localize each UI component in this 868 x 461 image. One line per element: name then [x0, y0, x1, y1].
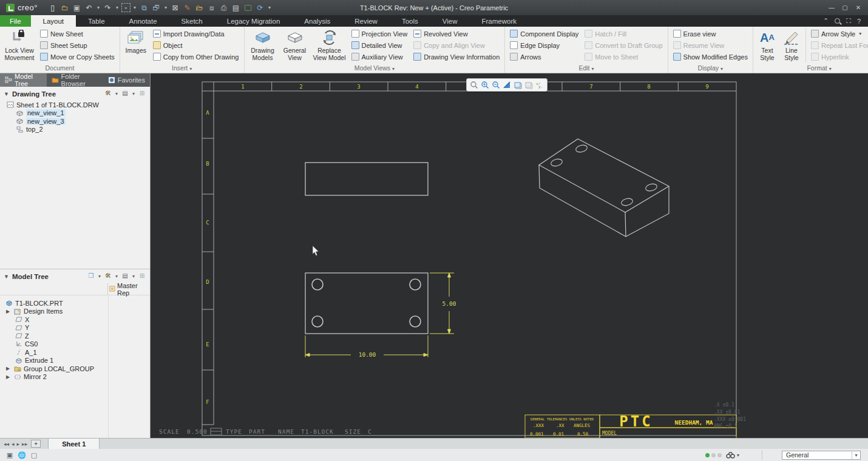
tree-row-datum-z[interactable]: Z: [0, 332, 150, 340]
tree-row-sheet[interactable]: Sheet 1 of T1-BLOCK.DRW: [0, 101, 150, 109]
last-sheet-icon[interactable]: ▸▸: [22, 441, 27, 447]
lock-view-movement-button[interactable]: Lock View Movement: [4, 28, 35, 61]
search-icon[interactable]: [835, 18, 840, 24]
group-label-model-views[interactable]: Model Views ▾: [248, 64, 501, 73]
tab-annotate[interactable]: Annotate: [117, 15, 169, 27]
sheet-setup-button[interactable]: Sheet Setup: [39, 39, 116, 51]
tree-row-datum-x[interactable]: X: [0, 315, 150, 324]
tree-columns-caret[interactable]: ▾: [132, 91, 135, 96]
redo-icon[interactable]: ↷: [103, 2, 113, 13]
dimension-width[interactable]: 10.00: [305, 335, 428, 358]
browser-toggle-icon[interactable]: 🌐: [17, 451, 27, 459]
filter-caret-icon[interactable]: ▾: [852, 451, 860, 459]
display-style-icon[interactable]: [513, 80, 523, 90]
tree-filters-icon[interactable]: 🛠: [104, 90, 112, 98]
saved-orientations-icon[interactable]: [524, 80, 534, 90]
tab-legacy-migration[interactable]: Legacy Migration: [215, 15, 293, 27]
group-label-format[interactable]: Format ▾: [757, 64, 868, 73]
maximize-button[interactable]: ▢: [839, 3, 851, 13]
qat-overflow-caret[interactable]: ▾: [267, 5, 272, 10]
tab-file[interactable]: File: [0, 15, 31, 27]
images-button[interactable]: Images: [124, 28, 148, 55]
import-drawing-data-button[interactable]: Import Drawing/Data: [152, 28, 240, 39]
drawing-canvas[interactable]: 1 2 3 4 5 6 7 8 9 A B C D E F: [151, 73, 868, 438]
related-data-icon[interactable]: 🗁: [194, 2, 205, 13]
find-caret[interactable]: ▾: [737, 453, 739, 458]
navigator-toggle-icon[interactable]: ▣: [5, 451, 15, 459]
tree-row-axis-a1[interactable]: A_1: [0, 348, 150, 357]
tree-filters-caret[interactable]: ▾: [115, 91, 118, 96]
select-mode-caret[interactable]: ▾: [132, 5, 137, 10]
master-rep-cell[interactable]: Master Rep: [107, 283, 150, 295]
tree-row-extrude-1[interactable]: Extrude 1: [0, 357, 150, 365]
revolved-view-button[interactable]: Revolved View: [412, 28, 501, 39]
first-sheet-icon[interactable]: ◂◂: [4, 441, 9, 447]
projection-view-button[interactable]: Projection View: [350, 28, 409, 39]
model-tree-part-caret[interactable]: ▾: [98, 274, 101, 279]
line-style-button[interactable]: Line Style: [781, 28, 802, 61]
model-tree-collapse-icon[interactable]: ▼: [4, 274, 9, 280]
tab-framework[interactable]: Framework: [469, 15, 529, 27]
model-tree-filters-caret[interactable]: ▾: [115, 274, 118, 279]
switch-display-icon[interactable]: ⛶: [846, 17, 851, 25]
tab-analysis[interactable]: Analysis: [292, 15, 342, 27]
add-sheet-button[interactable]: +: [31, 440, 41, 448]
remote-session-icon[interactable]: 🖵: [243, 2, 253, 13]
close-window-icon[interactable]: ⊠: [170, 2, 180, 13]
tree-settings-icon[interactable]: ⊞: [138, 90, 146, 98]
copy-icon[interactable]: ⧈: [206, 2, 217, 13]
erase-view-button[interactable]: Erase view: [672, 28, 749, 39]
redo-caret[interactable]: ▾: [115, 5, 120, 10]
new-sheet-button[interactable]: New Sheet: [39, 28, 116, 39]
sheet-tab-active[interactable]: Sheet 1: [48, 439, 100, 449]
save-icon[interactable]: ▣: [72, 2, 82, 13]
zoom-out-icon[interactable]: [491, 80, 501, 90]
component-display-button[interactable]: Component Display: [509, 28, 580, 39]
arrows-button[interactable]: Arrows: [509, 51, 580, 62]
detailed-view-button[interactable]: Detailed View: [350, 39, 409, 51]
undo-icon[interactable]: ↶: [84, 2, 94, 13]
general-view-button[interactable]: General View: [281, 28, 309, 61]
text-style-button[interactable]: AA Text Style: [757, 28, 778, 61]
replace-view-model-button[interactable]: Replace View Model: [313, 28, 347, 61]
front-view[interactable]: [305, 163, 428, 195]
expand-icon[interactable]: ▶: [5, 374, 11, 380]
tree-row-new-view-3[interactable]: new_view_3: [0, 117, 150, 126]
prev-sheet-icon[interactable]: ◂: [12, 441, 15, 447]
repaint-icon[interactable]: [502, 80, 512, 90]
dimension-height[interactable]: 5.00: [430, 273, 456, 334]
object-button[interactable]: Object: [152, 39, 240, 51]
switch-window-caret[interactable]: ▾: [163, 5, 168, 10]
tree-row-cs0[interactable]: CS0: [0, 340, 150, 349]
model-tree-filters-icon[interactable]: 🛠: [104, 272, 112, 280]
undo-caret[interactable]: ▾: [96, 5, 101, 10]
model-tree-part-icon[interactable]: ❐: [87, 272, 95, 280]
arrange-windows-icon[interactable]: ⧉: [139, 2, 149, 13]
top-view[interactable]: [305, 273, 428, 334]
fullscreen-toggle-icon[interactable]: ▢: [29, 451, 39, 459]
model-tree-columns-icon[interactable]: ▤: [121, 272, 129, 280]
zoom-in-icon[interactable]: [480, 80, 490, 90]
tab-view[interactable]: View: [430, 15, 470, 27]
markup-icon[interactable]: ✎: [182, 2, 192, 13]
tab-favorites[interactable]: Favorites: [103, 73, 150, 87]
open-file-icon[interactable]: 🗀: [59, 2, 70, 13]
tab-sketch[interactable]: Sketch: [169, 15, 215, 27]
model-tree-columns-caret[interactable]: ▾: [132, 274, 135, 279]
group-label-display[interactable]: Display ▾: [672, 64, 749, 73]
switch-window-icon[interactable]: 🗗: [151, 2, 161, 13]
group-label-edit[interactable]: Edit ▾: [509, 64, 663, 73]
edge-display-button[interactable]: Edge Display: [509, 39, 580, 51]
model-tree-search-icon[interactable]: ⊞: [138, 272, 146, 280]
next-sheet-icon[interactable]: ▸: [17, 441, 20, 447]
tree-row-group-local-group[interactable]: ▶ Group LOCAL_GROUP: [0, 365, 150, 373]
collapse-ribbon-icon[interactable]: ⌃: [823, 17, 829, 25]
tree-row-datum-y[interactable]: Y: [0, 324, 150, 332]
minimize-button[interactable]: —: [826, 3, 838, 13]
tree-row-top-2[interactable]: top_2: [0, 126, 150, 134]
regeneration-status-indicator[interactable]: [705, 453, 722, 457]
drawing-models-button[interactable]: Drawing Models: [248, 28, 277, 61]
tab-tools[interactable]: Tools: [390, 15, 430, 27]
expand-icon[interactable]: ▶: [5, 366, 11, 371]
tab-table[interactable]: Table: [76, 15, 117, 27]
